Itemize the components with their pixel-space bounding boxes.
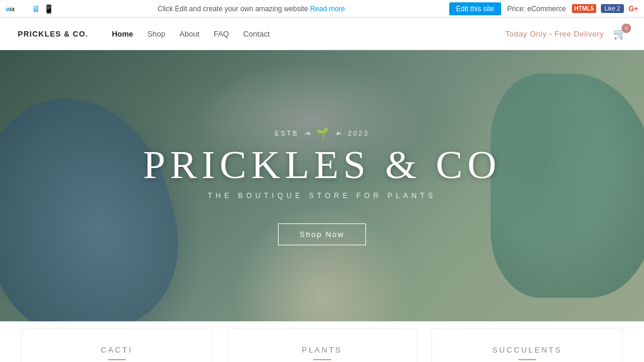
hero-ornament: ❧ 🌱 ❧ — [305, 127, 342, 140]
cart-icon[interactable]: 🛒 0 — [613, 27, 626, 40]
hero-subtitle: THE BOUTIQUE STORE FOR PLANTS — [208, 192, 436, 200]
hero-section: ESTB ❧ 🌱 ❧ 2023 PRICKLES & CO THE BOUTIQ… — [0, 50, 644, 321]
ornament-right: ❧ — [333, 129, 342, 138]
cacti-divider — [108, 359, 126, 360]
collections-section: CACTI Shop Collection PLANTS Shop Collec… — [0, 321, 644, 362]
ornament-mushroom: 🌱 — [316, 127, 331, 140]
hero-estb: ESTB ❧ 🌱 ❧ 2023 — [274, 127, 369, 140]
plants-divider — [313, 359, 331, 360]
google-plus-button[interactable]: G+ — [629, 5, 638, 13]
cart-badge: 0 — [622, 24, 631, 33]
estb-label: ESTB — [274, 130, 299, 137]
html5-badge: HTML5 — [572, 4, 596, 13]
fb-like-button[interactable]: Like 2 — [601, 4, 624, 13]
site-logo[interactable]: PRICKLES & CO. — [18, 29, 88, 38]
estb-year: 2023 — [348, 130, 369, 137]
wix-promo-text: Click Edit and create your own amazing w… — [60, 5, 443, 13]
plants-title: PLANTS — [239, 345, 406, 354]
nav-about[interactable]: About — [179, 29, 200, 38]
nav-contact[interactable]: Contact — [243, 29, 270, 38]
succulents-divider — [518, 359, 536, 360]
wix-social-icons: HTML5 Like 2 G+ — [572, 4, 638, 13]
hero-content: ESTB ❧ 🌱 ❧ 2023 PRICKLES & CO THE BOUTIQ… — [0, 50, 644, 321]
edit-site-button[interactable]: Edit this site — [449, 2, 502, 15]
nav-faq[interactable]: FAQ — [214, 29, 229, 38]
mobile-icon[interactable]: 📱 — [44, 4, 54, 14]
collection-succulents[interactable]: SUCCULENTS Shop Collection — [431, 328, 623, 362]
cacti-title: CACTI — [34, 345, 200, 354]
collection-cacti[interactable]: CACTI Shop Collection — [21, 328, 213, 362]
nav-home[interactable]: Home — [112, 29, 133, 38]
shop-now-button[interactable]: Shop Now — [278, 223, 367, 245]
price-label: Price: eCommerce — [507, 5, 565, 13]
delivery-banner: Today Only - Free Delivery — [505, 29, 604, 38]
collection-plants[interactable]: PLANTS Shop Collection — [227, 328, 418, 362]
header-right: Today Only - Free Delivery 🛒 0 — [505, 27, 626, 40]
device-toggle[interactable]: 🖥 📱 — [32, 4, 54, 14]
wix-logo: W iX — [6, 4, 24, 14]
site-nav: Home Shop About FAQ Contact — [112, 29, 269, 38]
desktop-icon[interactable]: 🖥 — [32, 4, 40, 14]
succulents-title: SUCCULENTS — [444, 345, 610, 354]
site-header: PRICKLES & CO. Home Shop About FAQ Conta… — [0, 18, 644, 50]
wix-toolbar: W iX 🖥 📱 Click Edit and create your own … — [0, 0, 644, 18]
svg-text:iX: iX — [10, 6, 15, 12]
hero-title: PRICKLES & CO — [143, 144, 501, 185]
nav-shop[interactable]: Shop — [148, 29, 165, 38]
read-more-link[interactable]: Read more — [310, 5, 345, 13]
ornament-left: ❧ — [305, 129, 313, 138]
